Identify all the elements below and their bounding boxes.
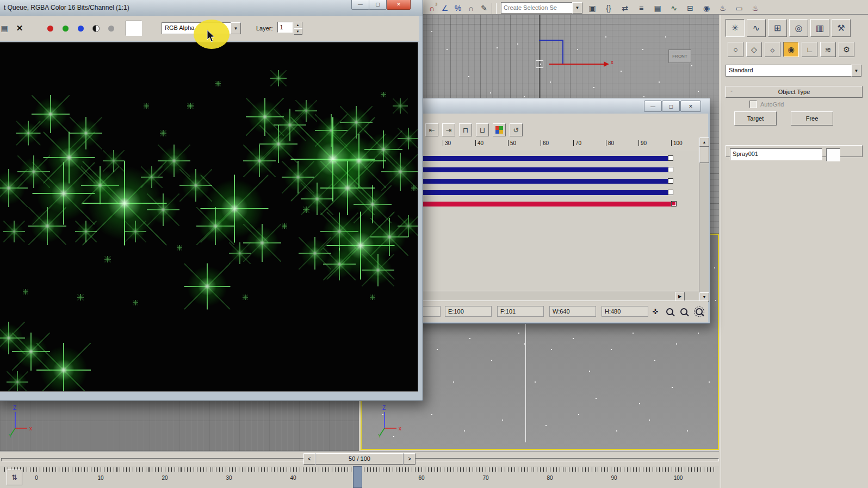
angle-snap-icon[interactable]: ∠	[438, 2, 451, 14]
layer-manager-icon[interactable]: ▤	[651, 2, 664, 14]
render-setup-icon[interactable]: ♨	[716, 2, 729, 14]
close-button[interactable]: ✕	[680, 101, 701, 112]
event-range-bar[interactable]	[387, 179, 672, 184]
material-editor-icon[interactable]: ◉	[700, 2, 713, 14]
selection-set-combo[interactable]: Create Selection Se ▼	[501, 2, 582, 14]
minimize-button[interactable]: —	[644, 101, 662, 112]
spinner-snap-icon[interactable]: ∩	[464, 2, 478, 14]
event-range-bar[interactable]	[387, 202, 675, 207]
vp-edit-range-bar-icon[interactable]: ↺	[510, 123, 523, 136]
quick-render-icon[interactable]: ♨	[749, 2, 762, 14]
range-bar-handle[interactable]	[668, 167, 673, 172]
object-name-input[interactable]: Spray001	[730, 148, 822, 160]
layer-spinner[interactable]: 1 ▲ ▼	[277, 22, 302, 35]
spin-up-icon[interactable]: ▲	[294, 22, 302, 28]
range-bar-handle[interactable]	[668, 190, 673, 195]
zoom-extents-icon[interactable]	[664, 306, 675, 317]
align-icon[interactable]: ≡	[635, 2, 648, 14]
target-button[interactable]: Target	[734, 111, 777, 126]
cat-shapes[interactable]: ◇	[746, 42, 762, 57]
alpha-channel-icon[interactable]	[105, 22, 117, 34]
cat-systems[interactable]: ⚙	[839, 42, 854, 57]
event-range-bar[interactable]	[387, 156, 672, 161]
spin-down-icon[interactable]: ▼	[294, 28, 302, 35]
vp-align-right-icon[interactable]: ⇥	[442, 123, 455, 136]
cat-lights[interactable]: ☼	[765, 42, 780, 57]
rendered-frame-titlebar[interactable]: t Queue, RGBA Color 16 Bits/Channel (1:1…	[0, 0, 423, 16]
star-glint	[141, 166, 163, 188]
named-selection-window-icon[interactable]: ▣	[586, 2, 599, 14]
chevron-down-icon[interactable]: ▼	[231, 22, 241, 34]
time-slider[interactable]: < 50 / 100 >	[303, 453, 416, 465]
scroll-right-icon[interactable]: ▶	[675, 292, 685, 301]
named-selection-sets-icon[interactable]: {}	[602, 2, 615, 14]
tab-hierarchy[interactable]: ⊞	[768, 19, 787, 37]
object-mode-combo[interactable]: Standard ▼	[726, 65, 861, 77]
vp-make-same-size-icon[interactable]: ⊓	[459, 123, 472, 136]
tab-utilities[interactable]: ⚒	[832, 19, 851, 37]
tab-display[interactable]: ▥	[810, 19, 829, 37]
keyboard-override-icon[interactable]: ✎	[478, 2, 491, 14]
status-field[interactable]: W:640	[549, 306, 596, 317]
track-bar[interactable]: 0102030405060708090100 ⇅	[0, 466, 719, 488]
range-bar-handle[interactable]	[668, 155, 673, 161]
status-field[interactable]: E:100	[445, 306, 492, 317]
autogrid-checkbox[interactable]	[749, 101, 757, 108]
cat-cameras[interactable]: ◉	[783, 42, 799, 57]
clear-icon[interactable]: ✕	[14, 22, 26, 34]
selection-bracket	[536, 60, 543, 68]
background-color-swatch[interactable]	[126, 21, 142, 36]
event-range-bar[interactable]	[387, 167, 672, 172]
snap-toggle-icon[interactable]: ∩3	[425, 2, 438, 14]
cat-spacewarps[interactable]: ≋	[820, 42, 836, 57]
scrollbar-thumb[interactable]	[699, 147, 709, 163]
tab-motion[interactable]: ◎	[789, 19, 808, 37]
pan-icon[interactable]: ✜	[649, 306, 661, 317]
red-channel-icon[interactable]	[44, 22, 56, 34]
vp-execute-sequence-icon[interactable]	[493, 123, 506, 136]
zoom-region-icon[interactable]	[693, 306, 705, 317]
layer-value[interactable]: 1	[277, 22, 293, 33]
print-icon[interactable]: ▤	[0, 22, 10, 34]
status-field[interactable]: H:480	[602, 306, 648, 317]
cat-helpers[interactable]: ∟	[802, 42, 817, 57]
scroll-up-icon[interactable]: ▲	[699, 137, 709, 147]
curve-editor-icon[interactable]: ∿	[667, 2, 680, 14]
object-color-swatch[interactable]	[826, 148, 840, 161]
mirror-icon[interactable]: ⇄	[618, 2, 631, 14]
blue-channel-icon[interactable]	[75, 22, 86, 34]
maximize-button[interactable]: ▢	[369, 0, 387, 10]
event-range-bar[interactable]	[387, 190, 672, 195]
close-button[interactable]: ✕	[387, 0, 411, 10]
minimize-button[interactable]: —	[351, 0, 369, 10]
cat-geometry[interactable]: ○	[728, 42, 743, 57]
monochrome-channel-icon[interactable]	[90, 22, 102, 34]
percent-snap-icon[interactable]: %	[451, 2, 464, 14]
mini-curve-editor-button[interactable]: ⇅	[7, 470, 22, 485]
status-field[interactable]: F:101	[497, 306, 544, 317]
zoom-time-icon[interactable]	[678, 306, 690, 317]
next-frame-button[interactable]: >	[404, 453, 416, 465]
horizontal-scrollbar[interactable]: ▶	[385, 291, 699, 301]
video-post-track-area[interactable]	[385, 151, 699, 291]
svg-text:Y: Y	[9, 433, 12, 438]
range-bar-handle[interactable]	[671, 201, 677, 207]
rollout-object-type[interactable]: - Object Type	[726, 86, 863, 98]
previous-frame-button[interactable]: <	[303, 453, 315, 465]
render-frame-icon[interactable]: ▭	[733, 2, 746, 14]
time-slider-handle[interactable]: 50 / 100	[315, 453, 404, 465]
chevron-down-icon[interactable]: ▼	[851, 65, 861, 77]
schematic-view-icon[interactable]: ⊟	[684, 2, 697, 14]
video-post-titlebar[interactable]: — ▢ ✕	[383, 98, 710, 114]
free-button[interactable]: Free	[791, 111, 833, 126]
vertical-scrollbar[interactable]: ▲ ▼	[699, 137, 709, 301]
vp-abut-selected-icon[interactable]: ⊔	[476, 123, 489, 136]
green-channel-icon[interactable]	[59, 22, 71, 34]
tab-modify[interactable]: ∿	[747, 19, 766, 37]
range-bar-handle[interactable]	[668, 178, 673, 184]
current-frame-marker[interactable]	[353, 466, 362, 488]
vp-align-left-icon[interactable]: ⇤	[425, 123, 438, 136]
chevron-down-icon[interactable]: ▼	[572, 2, 582, 14]
maximize-button[interactable]: ▢	[662, 101, 680, 112]
tab-create[interactable]: ✳	[726, 19, 745, 37]
